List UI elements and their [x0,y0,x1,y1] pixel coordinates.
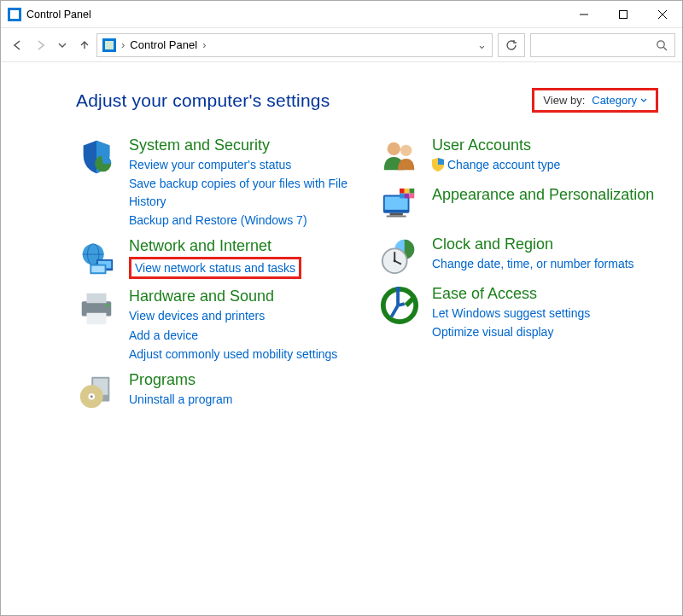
control-panel-window: Control Panel › Control Panel › [0,0,683,616]
svg-point-4 [657,40,664,47]
printer-icon[interactable] [76,288,117,328]
content-area: Adjust your computer's settings View by:… [1,62,682,615]
link-change-date-time-formats[interactable]: Change date, time, or number formats [432,255,634,272]
globe-network-icon[interactable] [76,237,117,278]
svg-rect-29 [400,189,405,194]
view-by-label: View by: [543,94,585,107]
category-title[interactable]: Network and Internet [129,237,301,255]
svg-point-39 [394,259,396,262]
svg-rect-31 [410,189,415,194]
control-panel-icon [8,8,21,21]
category-ease-of-access: Ease of Access Let Windows suggest setti… [379,285,658,341]
monitor-colors-icon[interactable] [379,186,420,227]
window-title: Control Panel [26,9,91,20]
chevron-down-icon [640,97,647,104]
link-change-account-type[interactable]: Change account type [432,156,560,173]
svg-rect-1 [620,10,628,18]
disc-box-icon[interactable] [76,371,117,412]
settings-header: Adjust your computer's settings View by:… [76,88,658,113]
back-button[interactable] [8,35,28,55]
category-title[interactable]: Programs [129,371,232,389]
svg-rect-33 [405,194,410,199]
forward-button[interactable] [30,35,50,55]
category-title[interactable]: Appearance and Personalization [432,186,654,204]
uac-shield-icon [432,158,444,171]
ease-of-access-icon[interactable] [379,285,420,326]
up-button[interactable] [74,35,95,55]
category-user-accounts: User Accounts Change account type [379,137,658,177]
svg-rect-30 [405,189,410,194]
category-system-security: System and Security Review your computer… [76,137,355,229]
categories-grid: System and Security Review your computer… [76,137,658,421]
svg-rect-32 [400,194,405,199]
search-icon [656,39,668,51]
navigation-bar: › Control Panel › ⌄ [1,28,682,62]
left-column: System and Security Review your computer… [76,137,355,421]
svg-rect-28 [387,216,406,218]
link-file-history[interactable]: Save backup copies of your files with Fi… [129,175,355,210]
category-hardware-sound: Hardware and Sound View devices and prin… [76,288,355,363]
refresh-button[interactable] [498,33,525,57]
link-windows-suggest[interactable]: Let Windows suggest settings [432,305,590,322]
svg-line-5 [663,47,667,50]
svg-rect-34 [410,194,415,199]
view-by-control[interactable]: View by: Category [532,88,658,113]
svg-point-22 [90,396,93,398]
svg-rect-26 [385,197,408,210]
clock-globe-icon[interactable] [379,235,420,276]
minimize-button[interactable] [564,1,604,28]
close-button[interactable] [643,1,682,28]
page-title: Adjust your computer's settings [76,90,330,111]
category-appearance-personalization: Appearance and Personalization [379,186,658,227]
address-location: Control Panel [130,38,197,51]
svg-rect-27 [390,213,403,216]
category-title[interactable]: Ease of Access [432,285,590,303]
category-title[interactable]: System and Security [129,137,355,154]
category-title[interactable]: Hardware and Sound [129,288,337,305]
category-network-internet: Network and Internet View network status… [76,237,355,279]
link-network-status[interactable]: View network status and tasks [129,257,301,279]
category-clock-region: Clock and Region Change date, time, or n… [379,235,658,276]
svg-point-24 [400,145,412,156]
link-uninstall-program[interactable]: Uninstall a program [129,391,232,408]
category-programs: Programs Uninstall a program [76,371,355,412]
link-review-status[interactable]: Review your computer's status [129,156,355,173]
address-icon [102,38,116,52]
svg-point-17 [107,305,110,308]
svg-rect-16 [87,313,107,324]
svg-point-41 [395,287,400,292]
right-column: User Accounts Change account type [379,137,658,421]
maximize-button[interactable] [604,1,643,28]
chevron-down-icon[interactable]: ⌄ [477,38,487,51]
link-optimize-visual[interactable]: Optimize visual display [432,323,590,340]
chevron-right-icon: › [202,38,206,51]
svg-point-23 [388,142,400,155]
svg-rect-15 [87,293,107,304]
svg-rect-13 [91,266,104,273]
recent-locations-button[interactable] [52,35,73,55]
link-add-device[interactable]: Add a device [129,327,337,344]
category-title[interactable]: Clock and Region [432,235,634,253]
category-title[interactable]: User Accounts [432,137,560,154]
people-icon[interactable] [379,137,420,177]
shield-icon[interactable] [76,137,117,177]
link-mobility-settings[interactable]: Adjust commonly used mobility settings [129,346,337,363]
link-devices-printers[interactable]: View devices and printers [129,307,337,324]
chevron-right-icon: › [121,38,125,51]
address-bar[interactable]: › Control Panel › ⌄ [96,33,493,57]
titlebar: Control Panel [1,1,682,28]
view-by-value[interactable]: Category [592,94,647,107]
search-input[interactable] [530,33,675,57]
link-backup-restore[interactable]: Backup and Restore (Windows 7) [129,212,355,229]
